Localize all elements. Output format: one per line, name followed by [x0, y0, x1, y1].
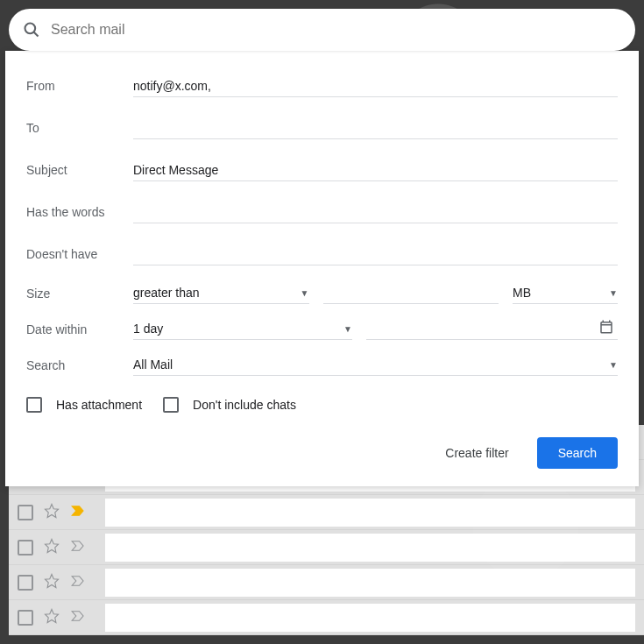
size-comparator-select[interactable]: greater than ▼: [133, 282, 309, 304]
size-comparator-value: greater than: [133, 286, 200, 300]
search-icon: [23, 21, 40, 39]
has-attachment-checkbox[interactable]: Has attachment: [26, 397, 142, 413]
chevron-down-icon: ▼: [301, 288, 309, 298]
size-label: Size: [26, 287, 133, 301]
search-button[interactable]: Search: [537, 437, 618, 469]
from-input[interactable]: [133, 75, 618, 97]
important-icon[interactable]: [70, 608, 86, 627]
email-row[interactable]: [9, 495, 644, 530]
redacted-content: [105, 604, 635, 632]
important-icon[interactable]: [70, 503, 86, 522]
svg-marker-5: [46, 539, 59, 552]
chevron-down-icon: ▼: [609, 360, 618, 370]
star-icon[interactable]: [44, 573, 60, 592]
checkbox-icon: [26, 397, 42, 413]
size-value-input[interactable]: [323, 282, 499, 304]
redacted-content: [105, 569, 635, 597]
create-filter-button[interactable]: Create filter: [435, 439, 519, 467]
date-within-select[interactable]: 1 day ▼: [133, 318, 352, 340]
select-checkbox[interactable]: [18, 505, 33, 520]
chevron-down-icon: ▼: [609, 288, 618, 298]
star-icon[interactable]: [44, 538, 60, 557]
subject-input[interactable]: [133, 159, 618, 181]
dont-include-chats-label: Don't include chats: [193, 398, 296, 412]
doesnt-have-input[interactable]: [133, 244, 618, 265]
important-icon[interactable]: [70, 573, 86, 592]
dont-include-chats-checkbox[interactable]: Don't include chats: [163, 397, 296, 413]
has-words-label: Has the words: [26, 205, 133, 219]
star-icon[interactable]: [44, 503, 60, 522]
advanced-search-panel: From To Subject Has the words Doesn't ha…: [5, 51, 639, 486]
size-unit-value: MB: [513, 286, 531, 300]
date-within-value: 1 day: [133, 322, 163, 336]
select-checkbox[interactable]: [18, 610, 33, 626]
select-checkbox[interactable]: [18, 540, 33, 556]
select-checkbox[interactable]: [18, 575, 33, 591]
email-row[interactable]: [9, 565, 644, 600]
date-within-label: Date within: [26, 322, 133, 336]
email-row[interactable]: [9, 530, 644, 565]
has-attachment-label: Has attachment: [56, 398, 142, 412]
from-label: From: [26, 79, 133, 93]
important-icon[interactable]: [70, 538, 86, 557]
date-value-input[interactable]: [366, 319, 618, 340]
svg-marker-7: [46, 609, 59, 622]
star-icon[interactable]: [44, 608, 60, 627]
redacted-content: [105, 534, 635, 562]
svg-line-1: [34, 32, 39, 37]
to-input[interactable]: [133, 117, 618, 139]
to-label: To: [26, 121, 133, 135]
redacted-content: [105, 499, 635, 527]
search-bar[interactable]: [9, 9, 635, 51]
size-unit-select[interactable]: MB ▼: [513, 282, 618, 304]
search-input[interactable]: [51, 22, 621, 38]
svg-marker-4: [46, 504, 59, 517]
has-words-input[interactable]: [133, 202, 618, 223]
search-in-label: Search: [26, 358, 133, 372]
chevron-down-icon: ▼: [343, 324, 352, 334]
calendar-icon: [598, 319, 614, 338]
doesnt-have-label: Doesn't have: [26, 247, 133, 261]
email-row[interactable]: [9, 600, 644, 635]
checkbox-icon: [163, 397, 179, 413]
search-in-select[interactable]: All Mail ▼: [133, 354, 618, 376]
subject-label: Subject: [26, 163, 133, 177]
search-in-value: All Mail: [133, 357, 173, 372]
svg-point-0: [25, 24, 36, 34]
svg-marker-6: [46, 574, 59, 587]
